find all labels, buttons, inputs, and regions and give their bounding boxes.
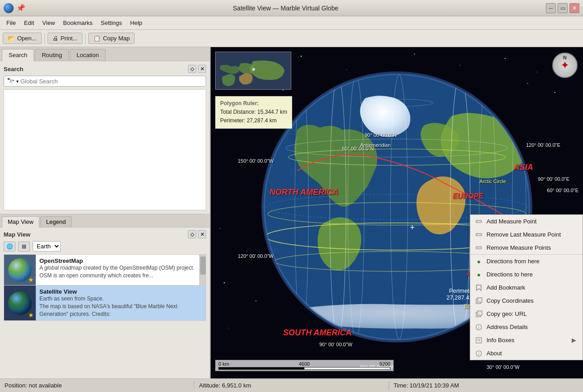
print-button[interactable]: 🖨 Print... — [48, 33, 83, 44]
menubar: File Edit View Bookmarks Settings Help — [0, 16, 583, 30]
info-box-icon — [475, 336, 483, 344]
svg-point-4 — [414, 53, 415, 54]
menu-edit[interactable]: Edit — [20, 18, 38, 28]
svg-point-18 — [219, 228, 220, 229]
context-add-measure-point[interactable]: Add Measure Point — [470, 215, 583, 228]
maximize-button[interactable]: ▭ — [558, 3, 568, 13]
menu-settings[interactable]: Settings — [97, 18, 125, 28]
map-area[interactable]: NORTH AMERICA SOUTH AMERICA EUROPE ASIA … — [211, 47, 583, 378]
list-item[interactable]: ★ OpenStreetMap A global roadmap created… — [4, 254, 206, 285]
context-copy-geo-url[interactable]: Copy geo: URL — [470, 307, 583, 320]
copy-icon: 📋 — [93, 35, 101, 42]
minimap — [215, 52, 291, 90]
app-icon — [4, 3, 14, 13]
map-view-controls: ◇ ✕ — [188, 230, 206, 238]
window-title: Satellite View — Marble Virtual Globe — [25, 5, 546, 12]
svg-rect-48 — [476, 221, 482, 223]
svg-point-2 — [301, 56, 302, 57]
menu-file[interactable]: File — [3, 18, 19, 28]
tab-search[interactable]: Search — [2, 49, 34, 61]
menu-view[interactable]: View — [39, 18, 58, 28]
osm-desc2: OSM is an open community which creates f… — [39, 272, 202, 280]
scale-bar: 0 km 4600 9200 — [215, 360, 394, 371]
tab-routing[interactable]: Routing — [35, 49, 69, 61]
copy-map-button[interactable]: 📋 Copy Map — [88, 33, 135, 44]
map-type-globe-button[interactable]: 🌐 — [4, 242, 15, 252]
search-title: Search — [4, 66, 23, 73]
pin-button[interactable]: 📌 — [16, 4, 25, 12]
search-pin-button[interactable]: ◇ — [188, 65, 196, 73]
map-view-header: Map View ◇ ✕ — [4, 230, 206, 238]
status-position: Position: not available — [5, 382, 189, 389]
context-directions-from-here[interactable]: ● Directions from here — [470, 254, 583, 268]
search-panel: Search ◇ ✕ 🔭 ▾ — [0, 61, 210, 214]
context-directions-to-here[interactable]: ● Directions to here — [470, 268, 583, 281]
search-binoculars-icon: 🔭 — [7, 77, 14, 85]
tab-legend[interactable]: Legend — [40, 216, 72, 227]
osm-star-icon: ★ — [28, 276, 34, 283]
satellite-star-icon: ★ — [28, 311, 34, 319]
scale-line — [218, 367, 390, 370]
earth-select[interactable]: Earth — [33, 241, 61, 252]
menu-bookmarks[interactable]: Bookmarks — [59, 18, 96, 28]
nav-compass[interactable]: N ✦ — [552, 53, 578, 78]
polygon-ruler-perimeter: Perimeter: 27,287.4 km — [220, 116, 287, 125]
open-button[interactable]: 📂 Open... — [3, 33, 42, 44]
close-button[interactable]: ✕ — [569, 3, 579, 13]
map-view-panel: Map View ◇ ✕ 🌐 ⊞ Earth — [0, 227, 210, 378]
context-menu: Add Measure Point Remove Last Measure Po… — [470, 214, 583, 360]
search-close-button[interactable]: ✕ — [198, 65, 206, 73]
toolbar-sep2 — [85, 33, 86, 44]
search-dropdown-icon[interactable]: ▾ — [16, 79, 19, 84]
satellite-title: Satellite View — [39, 288, 202, 295]
search-input[interactable] — [20, 78, 203, 85]
svg-rect-63 — [477, 311, 482, 315]
about-icon: i — [475, 349, 483, 358]
context-about[interactable]: i About — [470, 347, 583, 360]
context-address-details[interactable]: i Address Details — [470, 320, 583, 334]
context-add-bookmark[interactable]: Add Bookmark — [470, 281, 583, 294]
svg-rect-56 — [476, 247, 482, 249]
top-tabs: Search Routing Location — [0, 47, 210, 61]
polygon-ruler-tooltip: Polygon Ruler: Total Distance: 15,344.7 … — [215, 96, 292, 129]
list-item[interactable]: ★ Satellite View Earth as seen from Spac… — [4, 285, 206, 321]
directions-from-icon: ● — [475, 257, 483, 266]
scale-labels: 0 km 4600 9200 — [218, 361, 390, 367]
svg-point-12 — [224, 282, 225, 283]
status-altitude: Altitude: 6,951.0 km — [199, 382, 384, 389]
svg-point-15 — [228, 328, 229, 328]
svg-text:i: i — [478, 325, 479, 330]
bookmark-icon — [475, 284, 483, 292]
minimize-button[interactable]: ─ — [546, 3, 556, 13]
scrollbar-track[interactable] — [199, 255, 206, 285]
context-remove-measure-points[interactable]: Remove Measure Points — [470, 241, 583, 254]
map-view-close-button[interactable]: ✕ — [198, 230, 206, 238]
context-info-boxes[interactable]: Info Boxes ▶ — [470, 334, 583, 347]
map-view-pin-button[interactable]: ◇ — [188, 230, 196, 238]
context-remove-last-measure-point[interactable]: Remove Last Measure Point — [470, 228, 583, 241]
map-view-title: Map View — [4, 231, 30, 238]
left-panel: Search Routing Location Search ◇ ✕ 🔭 ▾ M… — [0, 47, 211, 378]
titlebar: 📌 Satellite View — Marble Virtual Globe … — [0, 0, 583, 16]
search-header-controls: ◇ ✕ — [188, 65, 206, 73]
map-type-grid-button[interactable]: ⊞ — [18, 242, 30, 252]
svg-text:i: i — [478, 352, 479, 356]
scale-end: 9200 — [380, 361, 390, 367]
ruler3-icon — [475, 244, 483, 252]
menu-help[interactable]: Help — [126, 18, 146, 28]
tab-location[interactable]: Location — [70, 49, 106, 61]
osm-thumb: ★ — [4, 255, 36, 285]
polygon-ruler-distance: Total Distance: 15,344.7 km — [220, 108, 287, 116]
search-input-wrap: 🔭 ▾ — [4, 76, 206, 87]
map-select-wrap: Earth — [33, 241, 61, 252]
svg-rect-52 — [476, 234, 482, 236]
osm-content: OpenStreetMap A global roadmap created b… — [36, 255, 206, 285]
svg-point-42 — [252, 68, 255, 71]
satellite-content: Satellite View Earth as seen from Space.… — [36, 286, 206, 320]
scale-mid: 4600 — [299, 361, 309, 367]
satellite-desc1: Earth as seen from Space. — [39, 295, 202, 303]
osm-desc: A global roadmap created by the OpenStre… — [39, 264, 202, 272]
tab-map-view[interactable]: Map View — [2, 216, 39, 227]
context-copy-coordinates[interactable]: Copy Coordinates — [470, 294, 583, 307]
scale-start: 0 km — [218, 361, 229, 367]
